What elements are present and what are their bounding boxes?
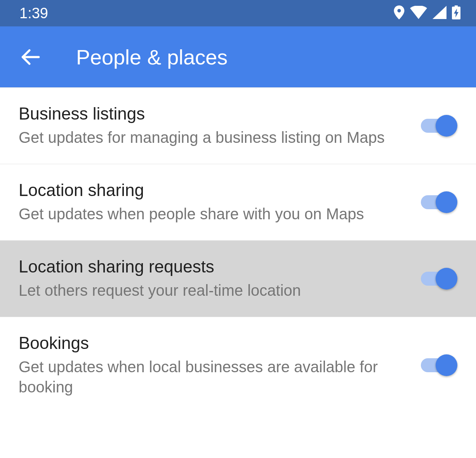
toggle-business-listings[interactable] [421, 114, 457, 137]
setting-text: Location sharing Get updates when people… [19, 180, 421, 224]
setting-title: Location sharing [19, 180, 405, 200]
page-title: People & places [76, 45, 228, 69]
settings-list: Business listings Get updates for managi… [0, 88, 476, 413]
setting-title: Location sharing requests [19, 257, 405, 276]
setting-description: Get updates when people share with you o… [19, 204, 405, 224]
toggle-thumb [436, 354, 457, 376]
toggle-location-sharing-requests[interactable] [421, 267, 457, 290]
setting-text: Bookings Get updates when local business… [19, 333, 421, 397]
toggle-thumb [436, 268, 457, 290]
setting-description: Let others request your real-time locati… [19, 280, 405, 300]
back-button[interactable] [20, 47, 40, 67]
toggle-thumb [436, 191, 457, 213]
setting-item-bookings[interactable]: Bookings Get updates when local business… [0, 317, 476, 413]
toggle-thumb [436, 115, 457, 137]
status-time: 1:39 [19, 5, 48, 22]
cellular-signal-icon [433, 6, 446, 21]
app-bar: People & places [0, 26, 476, 88]
setting-item-location-sharing[interactable]: Location sharing Get updates when people… [0, 164, 476, 241]
setting-title: Business listings [19, 104, 405, 123]
setting-text: Location sharing requests Let others req… [19, 257, 421, 300]
status-bar: 1:39 [0, 0, 476, 26]
status-icons [394, 5, 460, 21]
toggle-bookings[interactable] [421, 354, 457, 376]
setting-description: Get updates when local businesses are av… [19, 357, 405, 397]
battery-charging-icon [452, 5, 460, 21]
setting-title: Bookings [19, 333, 405, 353]
toggle-location-sharing[interactable] [421, 191, 457, 213]
setting-text: Business listings Get updates for managi… [19, 104, 421, 147]
setting-item-business-listings[interactable]: Business listings Get updates for managi… [0, 88, 476, 164]
wifi-icon [410, 6, 427, 21]
setting-item-location-sharing-requests[interactable]: Location sharing requests Let others req… [0, 241, 476, 317]
location-pin-icon [394, 5, 405, 21]
setting-description: Get updates for managing a business list… [19, 127, 405, 147]
